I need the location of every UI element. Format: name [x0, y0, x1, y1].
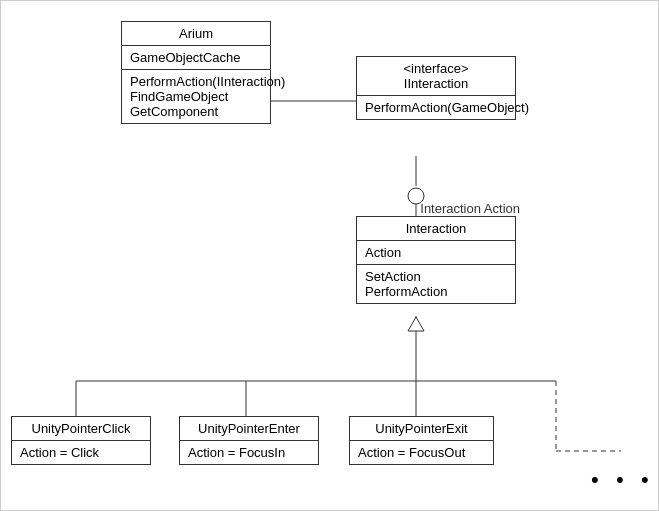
- unity-pointer-exit-title: UnityPointerExit: [350, 417, 493, 441]
- dot-3: •: [641, 469, 649, 491]
- iinteraction-section: PerformAction(GameObject): [357, 96, 515, 119]
- unity-pointer-click-title: UnityPointerClick: [12, 417, 150, 441]
- arium-box: Arium GameObjectCache PerformAction(IInt…: [121, 21, 271, 124]
- iinteraction-name: IInteraction: [365, 76, 507, 91]
- unity-pointer-exit-box: UnityPointerExit Action = FocusOut: [349, 416, 494, 465]
- iinteraction-title: <interface> IInteraction: [357, 57, 515, 96]
- unity-pointer-click-item: Action = Click: [20, 445, 142, 460]
- unity-pointer-enter-section: Action = FocusIn: [180, 441, 318, 464]
- unity-pointer-enter-box: UnityPointerEnter Action = FocusIn: [179, 416, 319, 465]
- unity-pointer-exit-section: Action = FocusOut: [350, 441, 493, 464]
- arium-item-2: PerformAction(IInteraction): [130, 74, 262, 89]
- unity-pointer-click-box: UnityPointerClick Action = Click: [11, 416, 151, 465]
- dot-2: •: [616, 469, 624, 491]
- unity-pointer-exit-item: Action = FocusOut: [358, 445, 485, 460]
- dot-1: •: [591, 469, 599, 491]
- diagram-container: Arium GameObjectCache PerformAction(IInt…: [0, 0, 659, 511]
- unity-pointer-click-section: Action = Click: [12, 441, 150, 464]
- interaction-item-2: SetAction: [365, 269, 507, 284]
- unity-pointer-enter-item: Action = FocusIn: [188, 445, 310, 460]
- iinteraction-method: PerformAction(GameObject): [365, 100, 507, 115]
- interaction-item-1: Action: [365, 245, 507, 260]
- interaction-box: Interaction Action SetAction PerformActi…: [356, 216, 516, 304]
- unity-pointer-enter-title: UnityPointerEnter: [180, 417, 318, 441]
- arium-section-1: GameObjectCache: [122, 46, 270, 70]
- interaction-item-3: PerformAction: [365, 284, 507, 299]
- svg-marker-5: [408, 317, 424, 331]
- iinteraction-stereotype: <interface>: [365, 61, 507, 76]
- arium-section-2: PerformAction(IInteraction) FindGameObje…: [122, 70, 270, 123]
- interaction-action-label: Interaction Action: [359, 201, 524, 216]
- interaction-section-1: Action: [357, 241, 515, 265]
- arium-item-4: GetComponent: [130, 104, 262, 119]
- arium-item-1: GameObjectCache: [130, 50, 262, 65]
- iinteraction-box: <interface> IInteraction PerformAction(G…: [356, 56, 516, 120]
- interaction-title: Interaction: [357, 217, 515, 241]
- arium-title: Arium: [122, 22, 270, 46]
- interaction-section-2: SetAction PerformAction: [357, 265, 515, 303]
- arium-item-3: FindGameObject: [130, 89, 262, 104]
